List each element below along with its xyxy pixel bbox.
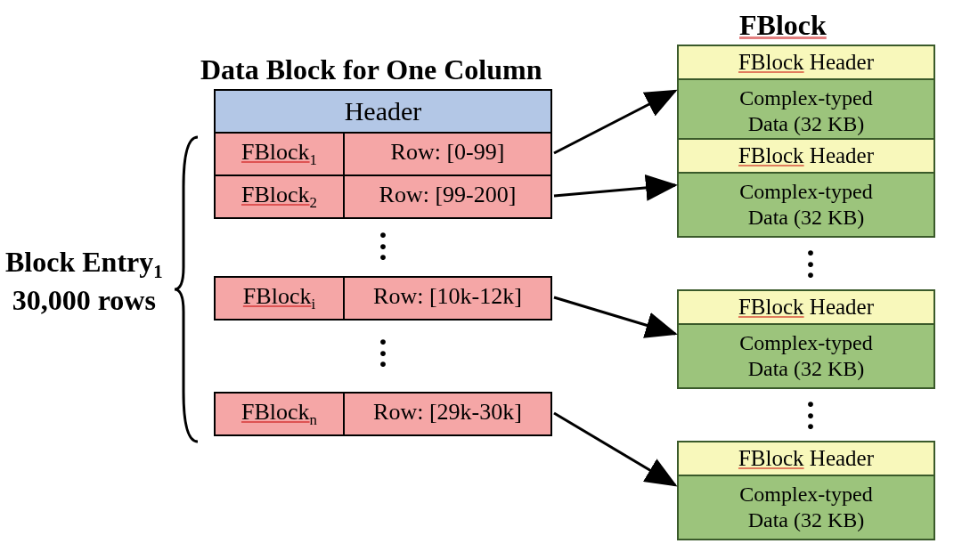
fblock-header: FBlock Header bbox=[679, 291, 933, 325]
data-block-table-mid: FBlocki Row: [10k-12k] bbox=[214, 276, 552, 321]
fblock-header: FBlock Header bbox=[679, 442, 933, 476]
data-block-table-top: Header FBlock1 Row: [0-99] FBlock2 Row: … bbox=[214, 89, 552, 219]
row-range-cell: Row: [29k-30k] bbox=[345, 394, 550, 434]
vertical-ellipsis-icon: ··· bbox=[797, 399, 824, 433]
fblock-label-cell: FBlocki bbox=[216, 278, 345, 319]
block-entry-label: Block Entry1 30,000 rows bbox=[5, 245, 163, 318]
fblock-box: FBlock Header Complex-typedData (32 KB) bbox=[677, 441, 935, 540]
fblock-label-cell: FBlock2 bbox=[216, 176, 345, 217]
row-range-cell: Row: [10k-12k] bbox=[345, 278, 550, 319]
table-row: FBlock2 Row: [99-200] bbox=[216, 176, 550, 217]
fblock-body: Complex-typedData (32 KB) bbox=[679, 80, 933, 142]
svg-line-2 bbox=[554, 297, 675, 334]
fblock-box: FBlock Header Complex-typedData (32 KB) bbox=[677, 289, 935, 389]
table-row: FBlock1 Row: [0-99] bbox=[216, 134, 550, 176]
row-range-cell: Row: [0-99] bbox=[345, 134, 550, 174]
fblock-box: FBlock Header Complex-typedData (32 KB) bbox=[677, 45, 935, 144]
fblock-header: FBlock Header bbox=[679, 46, 933, 80]
fblock-body: Complex-typedData (32 KB) bbox=[679, 476, 933, 539]
svg-line-1 bbox=[554, 185, 675, 196]
vertical-ellipsis-icon: ··· bbox=[370, 337, 396, 370]
brace-icon bbox=[171, 134, 207, 445]
table-row: FBlockn Row: [29k-30k] bbox=[216, 394, 550, 434]
vertical-ellipsis-icon: ··· bbox=[370, 230, 396, 264]
fblock-body: Complex-typedData (32 KB) bbox=[679, 325, 933, 387]
svg-line-0 bbox=[554, 91, 675, 153]
row-range-cell: Row: [99-200] bbox=[345, 176, 550, 217]
fblock-box: FBlock Header Complex-typedData (32 KB) bbox=[677, 138, 935, 238]
svg-line-3 bbox=[554, 413, 675, 485]
fblock-label-cell: FBlock1 bbox=[216, 134, 345, 174]
data-block-table-bot: FBlockn Row: [29k-30k] bbox=[214, 392, 552, 436]
fblock-header: FBlock Header bbox=[679, 140, 933, 174]
vertical-ellipsis-icon: ··· bbox=[797, 248, 824, 281]
datablock-title: Data Block for One Column bbox=[200, 53, 542, 86]
data-block-header: Header bbox=[216, 91, 550, 134]
fblock-label-cell: FBlockn bbox=[216, 394, 345, 434]
table-row: FBlocki Row: [10k-12k] bbox=[216, 278, 550, 319]
fblock-body: Complex-typedData (32 KB) bbox=[679, 174, 933, 236]
fblock-title: FBlock bbox=[739, 9, 827, 42]
